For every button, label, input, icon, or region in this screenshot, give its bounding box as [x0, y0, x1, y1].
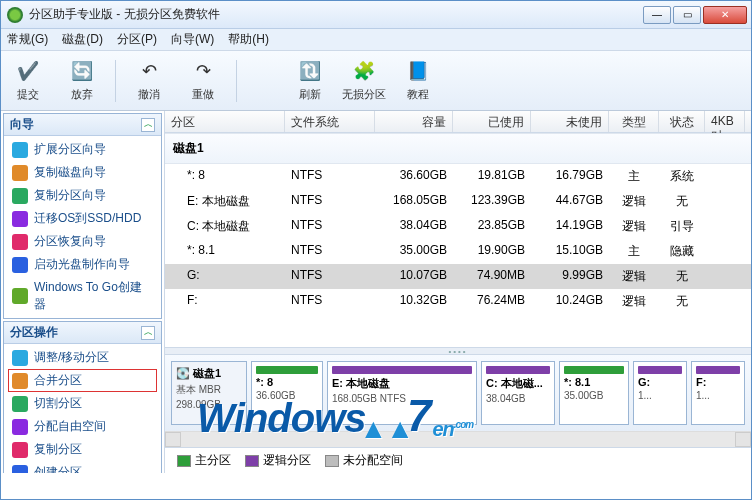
- horizontal-scrollbar[interactable]: [165, 431, 751, 447]
- sidebar-item-label: 分配自由空间: [34, 418, 106, 435]
- chevron-up-icon[interactable]: ︿: [141, 326, 155, 340]
- sidebar-item[interactable]: Windows To Go创建器: [4, 276, 161, 316]
- sidebar-item-label: 迁移OS到SSD/HDD: [34, 210, 141, 227]
- sidebar-item[interactable]: 扩展分区向导: [4, 138, 161, 161]
- content-area: 分区 文件系统 容量 已使用 未使用 类型 状态 4KB对 磁盘1*: 8NTF…: [165, 111, 751, 473]
- col-used[interactable]: 已使用: [453, 111, 531, 132]
- item-icon: [12, 442, 28, 458]
- sidebar-item[interactable]: 迁移OS到SSD/HDD: [4, 207, 161, 230]
- close-button[interactable]: ✕: [703, 6, 747, 24]
- sidebar-item-label: Windows To Go创建器: [34, 279, 153, 313]
- sidebar-item[interactable]: 切割分区: [4, 392, 161, 415]
- lossless-button[interactable]: 🧩无损分区: [337, 54, 391, 108]
- sidebar-item[interactable]: 启动光盘制作向导: [4, 253, 161, 276]
- undo-button[interactable]: ↶撤消: [122, 54, 176, 108]
- item-icon: [12, 188, 28, 204]
- menu-disk[interactable]: 磁盘(D): [62, 31, 103, 48]
- minimize-button[interactable]: —: [643, 6, 671, 24]
- sidebar-item-label: 扩展分区向导: [34, 141, 106, 158]
- book-icon: 📘: [406, 59, 430, 83]
- item-icon: [12, 465, 28, 474]
- sidebar-item[interactable]: 分区恢复向导: [4, 230, 161, 253]
- item-icon: [12, 234, 28, 250]
- col-capacity[interactable]: 容量: [375, 111, 453, 132]
- grid-body[interactable]: 磁盘1*: 8NTFS36.60GB19.81GB16.79GB主系统E: 本地…: [165, 133, 751, 347]
- discard-icon: 🔄: [70, 59, 94, 83]
- splitter[interactable]: ••••: [165, 347, 751, 355]
- commit-button[interactable]: ✔️提交: [1, 54, 55, 108]
- item-icon: [12, 373, 28, 389]
- toolbar: ✔️提交 🔄放弃 ↶撤消 ↷重做 🔃刷新 🧩无损分区 📘教程: [1, 51, 751, 111]
- title-bar: 分区助手专业版 - 无损分区免费软件 — ▭ ✕: [1, 1, 751, 29]
- col-free[interactable]: 未使用: [531, 111, 609, 132]
- item-icon: [12, 257, 28, 273]
- refresh-icon: 🔃: [298, 59, 322, 83]
- sidebar-item[interactable]: 复制分区向导: [4, 184, 161, 207]
- wizard-panel-header[interactable]: 向导 ︿: [4, 114, 161, 136]
- redo-button[interactable]: ↷重做: [176, 54, 230, 108]
- grid-header: 分区 文件系统 容量 已使用 未使用 类型 状态 4KB对: [165, 111, 751, 133]
- col-filesystem[interactable]: 文件系统: [285, 111, 375, 132]
- refresh-button[interactable]: 🔃刷新: [283, 54, 337, 108]
- sidebar-item-label: 复制分区: [34, 441, 82, 458]
- partition-row[interactable]: E: 本地磁盘NTFS168.05GB123.39GB44.67GB逻辑无: [165, 189, 751, 214]
- discard-button[interactable]: 🔄放弃: [55, 54, 109, 108]
- sidebar-item-label: 分区恢复向导: [34, 233, 106, 250]
- item-icon: [12, 350, 28, 366]
- sidebar-item-label: 合并分区: [34, 372, 82, 389]
- tutorial-button[interactable]: 📘教程: [391, 54, 445, 108]
- sidebar-item[interactable]: 分配自由空间: [4, 415, 161, 438]
- menu-wizard[interactable]: 向导(W): [171, 31, 214, 48]
- col-partition[interactable]: 分区: [165, 111, 285, 132]
- partition-block[interactable]: F:1...: [691, 361, 745, 425]
- item-icon: [12, 211, 28, 227]
- partition-block[interactable]: *: 836.60GB: [251, 361, 323, 425]
- disk-summary-block[interactable]: 💽 磁盘1基本 MBR298.09GB: [171, 361, 247, 425]
- partition-row[interactable]: F:NTFS10.32GB76.24MB10.24GB逻辑无: [165, 289, 751, 314]
- sidebar-item[interactable]: 复制磁盘向导: [4, 161, 161, 184]
- undo-icon: ↶: [137, 59, 161, 83]
- sidebar-item-label: 复制磁盘向导: [34, 164, 106, 181]
- partition-ops-header[interactable]: 分区操作 ︿: [4, 322, 161, 344]
- window-title: 分区助手专业版 - 无损分区免费软件: [29, 6, 643, 23]
- sidebar-item[interactable]: 创建分区: [4, 461, 161, 473]
- disk-row[interactable]: 磁盘1: [165, 133, 751, 164]
- sidebar-item-label: 复制分区向导: [34, 187, 106, 204]
- partition-block[interactable]: C: 本地磁...38.04GB: [481, 361, 555, 425]
- partition-row[interactable]: *: 8NTFS36.60GB19.81GB16.79GB主系统: [165, 164, 751, 189]
- partition-row[interactable]: *: 8.1NTFS35.00GB19.90GB15.10GB主隐藏: [165, 239, 751, 264]
- partition-block[interactable]: G:1...: [633, 361, 687, 425]
- item-icon: [12, 419, 28, 435]
- sidebar: 向导 ︿ 扩展分区向导复制磁盘向导复制分区向导迁移OS到SSD/HDD分区恢复向…: [1, 111, 165, 473]
- logical-swatch: [245, 455, 259, 467]
- partition-block[interactable]: *: 8.135.00GB: [559, 361, 629, 425]
- legend: 主分区 逻辑分区 未分配空间: [165, 447, 751, 473]
- sidebar-item[interactable]: 合并分区: [8, 369, 157, 392]
- item-icon: [12, 165, 28, 181]
- sidebar-item-label: 切割分区: [34, 395, 82, 412]
- check-icon: ✔️: [16, 59, 40, 83]
- menu-partition[interactable]: 分区(P): [117, 31, 157, 48]
- sidebar-item[interactable]: 复制分区: [4, 438, 161, 461]
- col-type[interactable]: 类型: [609, 111, 659, 132]
- item-icon: [12, 288, 28, 304]
- item-icon: [12, 142, 28, 158]
- partition-row[interactable]: C: 本地磁盘NTFS38.04GB23.85GB14.19GB逻辑引导: [165, 214, 751, 239]
- partition-row[interactable]: G:NTFS10.07GB74.90MB9.99GB逻辑无: [165, 264, 751, 289]
- sidebar-item[interactable]: 调整/移动分区: [4, 346, 161, 369]
- disk-map: 💽 磁盘1基本 MBR298.09GB*: 836.60GBE: 本地磁盘168…: [165, 355, 751, 431]
- redo-icon: ↷: [191, 59, 215, 83]
- unalloc-swatch: [325, 455, 339, 467]
- item-icon: [12, 396, 28, 412]
- col-4k[interactable]: 4KB对: [705, 111, 745, 132]
- menu-general[interactable]: 常规(G): [7, 31, 48, 48]
- sidebar-item-label: 创建分区: [34, 464, 82, 473]
- maximize-button[interactable]: ▭: [673, 6, 701, 24]
- col-status[interactable]: 状态: [659, 111, 705, 132]
- menu-bar: 常规(G) 磁盘(D) 分区(P) 向导(W) 帮助(H): [1, 29, 751, 51]
- partition-block[interactable]: E: 本地磁盘168.05GB NTFS: [327, 361, 477, 425]
- menu-help[interactable]: 帮助(H): [228, 31, 269, 48]
- sidebar-item-label: 启动光盘制作向导: [34, 256, 130, 273]
- chevron-up-icon[interactable]: ︿: [141, 118, 155, 132]
- app-icon: [7, 7, 23, 23]
